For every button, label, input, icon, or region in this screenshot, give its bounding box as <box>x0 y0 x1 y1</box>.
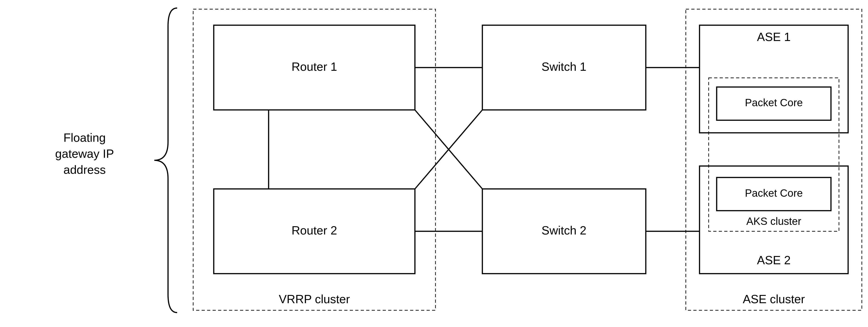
switch2-label: Switch 2 <box>541 224 587 237</box>
vrrp-cluster-label: VRRP cluster <box>279 293 350 306</box>
diagram-root: Floating gateway IP address VRRP cluster… <box>0 0 868 327</box>
switch1-label: Switch 1 <box>541 60 587 73</box>
aks-cluster-label: AKS cluster <box>746 215 801 227</box>
side-label-line3: address <box>64 163 106 176</box>
ase1-label: ASE 1 <box>757 30 790 44</box>
packet-core1-label: Packet Core <box>745 97 803 109</box>
packet-core2-label: Packet Core <box>745 187 803 199</box>
ase2-label: ASE 2 <box>757 253 790 267</box>
router1-label: Router 1 <box>291 60 337 73</box>
brace-icon <box>154 8 177 312</box>
side-label-line1: Floating <box>64 131 106 144</box>
router2-label: Router 2 <box>291 224 337 237</box>
side-label-line2: gateway IP <box>55 147 114 160</box>
ase-cluster-label: ASE cluster <box>743 293 805 306</box>
